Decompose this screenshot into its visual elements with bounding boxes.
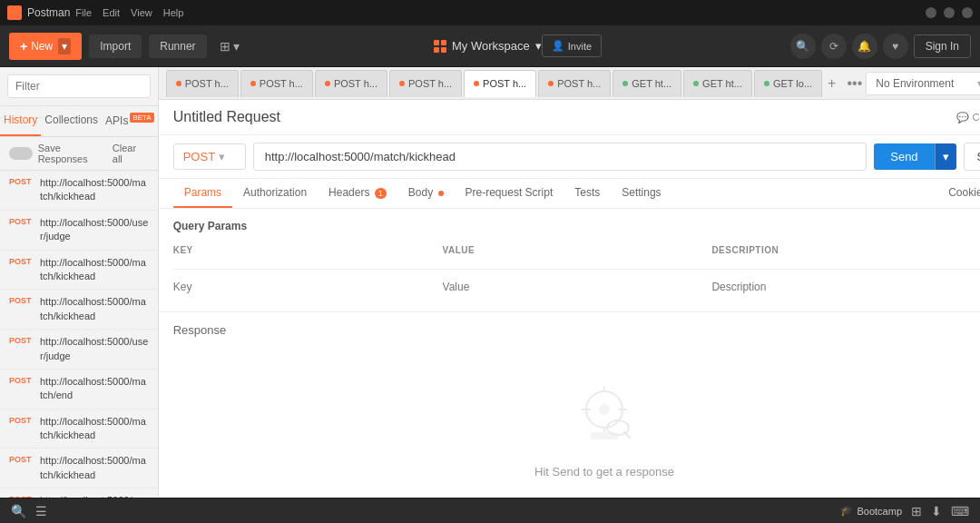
menu-edit[interactable]: Edit	[103, 7, 120, 18]
clear-all-button[interactable]: Clear all	[113, 143, 149, 164]
list-item[interactable]: POST http://localhost:5000/match/kickhea…	[0, 290, 158, 330]
grid-status-icon[interactable]: ⊞	[911, 504, 922, 518]
response-hint: Hit Send to get a response	[534, 465, 674, 479]
comments-button[interactable]: 💬 Comments (0)	[956, 112, 980, 123]
tab-label: POST h...	[334, 78, 377, 89]
save-responses-toggle: Save Responses	[9, 143, 113, 164]
value-input[interactable]	[443, 277, 705, 297]
workspace-name: My Workspace	[452, 39, 530, 53]
list-item[interactable]: POST http://localhost:5000/match/kickhea…	[0, 251, 158, 291]
list-item[interactable]: POST http://localhost:5000/user/judge	[0, 211, 158, 251]
description-input[interactable]	[711, 277, 974, 297]
key-input[interactable]	[173, 277, 436, 297]
send-chevron-button[interactable]: ▾	[935, 143, 956, 170]
tab-label: GET lo...	[773, 78, 812, 89]
plus-icon: +	[20, 39, 27, 54]
subtab-body[interactable]: Body	[397, 179, 455, 208]
method-select[interactable]: POST ▾	[173, 143, 246, 170]
history-toolbar: Save Responses Clear all	[0, 137, 158, 171]
invite-button[interactable]: 👤 Invite	[542, 35, 602, 57]
titlebar-controls: ─ □ ✕	[926, 7, 973, 18]
maximize-button[interactable]: □	[944, 7, 955, 18]
search-status-icon[interactable]: 🔍	[11, 504, 26, 518]
subtab-authorization[interactable]: Authorization	[232, 179, 318, 208]
request-tab-3[interactable]: POST h...	[389, 70, 462, 97]
url-input[interactable]	[253, 143, 867, 171]
request-tab-2[interactable]: POST h...	[315, 70, 387, 97]
request-title: Untitled Request	[173, 109, 280, 125]
workspace-button[interactable]: My Workspace ▾	[434, 39, 542, 53]
subtab-pre-request[interactable]: Pre-request Script	[455, 179, 564, 208]
query-params-title: Query Params	[173, 220, 980, 232]
bootcamp-button[interactable]: 🎓 Bootcamp	[840, 505, 902, 517]
subtab-params[interactable]: Params	[173, 179, 232, 208]
tab-label: POST h...	[483, 78, 526, 89]
list-item[interactable]: POST http://localhost:5000/match/kickhea…	[0, 449, 158, 488]
search-input[interactable]	[7, 74, 151, 98]
notification-icon-btn[interactable]: 🔔	[852, 34, 877, 59]
minimize-button[interactable]: ─	[926, 7, 936, 18]
keyboard-status-icon[interactable]: ⌨	[951, 504, 969, 518]
query-params-section: Query Params KEY VALUE DESCRIPTION ••• B…	[159, 209, 980, 312]
download-status-icon[interactable]: ⬇	[931, 504, 942, 518]
request-tab-1[interactable]: POST h...	[240, 70, 313, 97]
more-tabs-button[interactable]: •••	[843, 74, 866, 94]
request-tab-7[interactable]: GET ht...	[683, 70, 752, 97]
save-button[interactable]: Save	[964, 143, 980, 171]
sync-icon-btn[interactable]: ⟳	[821, 34, 847, 59]
method-dot	[764, 81, 769, 86]
new-chevron-icon[interactable]: ▾	[58, 38, 71, 54]
tab-label: POST h...	[557, 78, 601, 89]
request-tab-4[interactable]: POST h...	[464, 70, 536, 97]
method-chevron-icon: ▾	[219, 150, 225, 163]
tab-history[interactable]: History	[0, 106, 41, 136]
method-badge: POST	[9, 454, 34, 464]
tab-label: POST h...	[408, 78, 452, 89]
new-button[interactable]: + New ▾	[9, 33, 82, 60]
sidebar: History Collections APIsBETA Save Respon…	[0, 67, 159, 498]
svg-rect-6	[591, 432, 618, 439]
request-tab-8[interactable]: GET lo...	[754, 70, 822, 97]
workspace-chevron-icon: ▾	[535, 39, 542, 53]
method-badge: POST	[9, 494, 34, 498]
menu-view[interactable]: View	[131, 7, 152, 18]
tab-apis[interactable]: APIsBETA	[102, 106, 158, 136]
subtab-settings[interactable]: Settings	[611, 179, 671, 208]
sidebar-status-icon[interactable]: ☰	[35, 504, 47, 518]
tab-collections[interactable]: Collections	[41, 106, 102, 136]
method-dot	[693, 81, 699, 86]
history-url: http://localhost:5000/match/kickhead	[40, 256, 149, 284]
search-icon-btn[interactable]: 🔍	[790, 34, 816, 59]
invite-label: Invite	[568, 41, 592, 52]
subtab-headers[interactable]: Headers 1	[318, 179, 397, 208]
save-responses-toggle-switch[interactable]	[9, 147, 33, 160]
heart-icon-btn[interactable]: ♥	[883, 34, 908, 59]
tab-actions: + •••	[824, 74, 866, 94]
menu-file[interactable]: File	[75, 7, 92, 18]
sign-in-button[interactable]: Sign In	[914, 35, 971, 58]
list-item[interactable]: POST http://localhost:5000/user/judge	[0, 330, 158, 370]
method-badge: POST	[9, 216, 34, 226]
subtab-cookies[interactable]: Cookies	[941, 179, 980, 208]
send-button[interactable]: Send	[874, 143, 934, 170]
runner-button[interactable]: Runner	[149, 35, 206, 58]
request-tab-0[interactable]: POST h...	[166, 70, 239, 97]
save-responses-label: Save Responses	[38, 143, 113, 164]
menu-help[interactable]: Help	[163, 7, 184, 18]
add-tab-button[interactable]: +	[824, 74, 839, 94]
request-tabs-bar: POST h... POST h... POST h... POST h... …	[159, 67, 980, 100]
invite-icon: 👤	[552, 40, 564, 52]
list-item[interactable]: POST http://localhost:5000/match/kickhea…	[0, 171, 158, 211]
list-item[interactable]: POST http://localhost:5000/user/judge	[0, 488, 158, 498]
import-button[interactable]: Import	[89, 35, 142, 58]
list-item[interactable]: POST http://localhost:5000/match/end	[0, 370, 158, 410]
request-tab-5[interactable]: POST h...	[538, 70, 611, 97]
layout-icon[interactable]: ⊞ ▾	[214, 35, 246, 57]
environment-select[interactable]: No Environment ▾	[866, 72, 980, 95]
close-button[interactable]: ✕	[962, 7, 973, 18]
subtab-tests[interactable]: Tests	[564, 179, 611, 208]
request-tab-6[interactable]: GET ht...	[612, 70, 681, 97]
col-value: VALUE	[443, 245, 705, 265]
list-item[interactable]: POST http://localhost:5000/match/kickhea…	[0, 410, 158, 449]
statusbar-right: 🎓 Bootcamp ⊞ ⬇ ⌨	[840, 504, 969, 518]
